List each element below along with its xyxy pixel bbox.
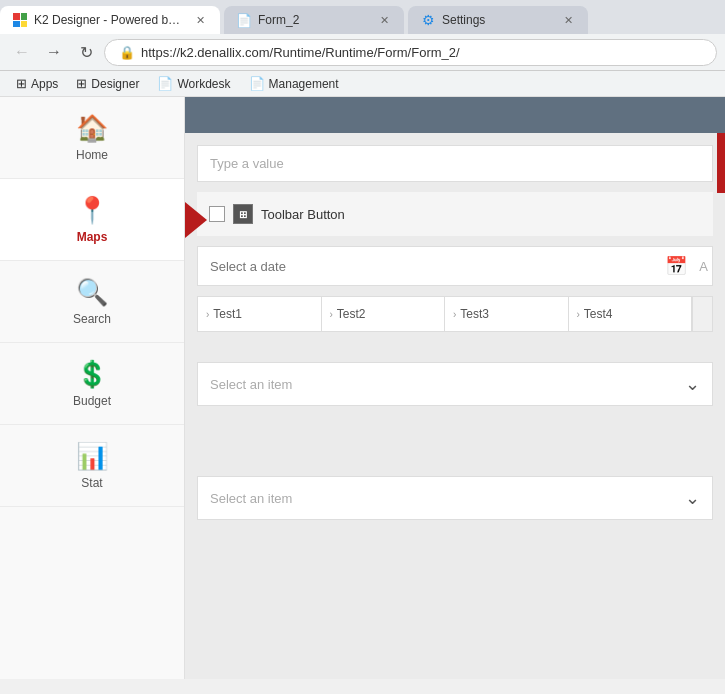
home-icon: 🏠 (76, 113, 108, 144)
bookmarks-bar: ⊞ Apps ⊞ Designer 📄 Workdesk 📄 Managemen… (0, 71, 725, 97)
tab-form2-title: Form_2 (258, 13, 370, 27)
select1-placeholder: Select an item (210, 377, 685, 392)
tab-k2-close[interactable]: ✕ (192, 12, 208, 28)
chevron-down-icon-1: ⌄ (685, 373, 700, 395)
tabs-row: › Test1 › Test2 › Test3 › Test4 (197, 296, 713, 332)
search-icon: 🔍 (76, 277, 108, 308)
select-field-2[interactable]: Select an item ⌄ (197, 476, 713, 520)
content-area: ⊞ Toolbar Button 📅 A › Test1 › Test2 (185, 97, 725, 679)
content-header (185, 97, 725, 133)
sidebar-budget-label: Budget (73, 394, 111, 408)
bookmark-management[interactable]: 📄 Management (241, 73, 347, 94)
k2-favicon (12, 12, 28, 28)
doc-favicon: 📄 (236, 12, 252, 28)
tab-test3[interactable]: › Test3 (445, 297, 569, 331)
sidebar-item-maps[interactable]: 📍 Maps (0, 179, 184, 261)
address-text: https://k2.denallix.com/Runtime/Runtime/… (141, 45, 460, 60)
apps-icon: ⊞ (16, 76, 27, 91)
workdesk-icon: 📄 (157, 76, 173, 91)
management-label: Management (269, 77, 339, 91)
date-input[interactable] (198, 249, 657, 284)
bookmark-designer[interactable]: ⊞ Designer (68, 73, 147, 94)
calendar-icon[interactable]: 📅 (657, 247, 695, 285)
tab-test1-label: Test1 (213, 307, 242, 321)
management-icon: 📄 (249, 76, 265, 91)
tab-test2-label: Test2 (337, 307, 366, 321)
nav-bar: ← → ↻ 🔒 https://k2.denallix.com/Runtime/… (0, 34, 725, 71)
workdesk-label: Workdesk (177, 77, 230, 91)
reload-button[interactable]: ↻ (72, 38, 100, 66)
back-button[interactable]: ← (8, 38, 36, 66)
tab-arrow-3: › (453, 309, 456, 320)
bookmark-apps[interactable]: ⊞ Apps (8, 73, 66, 94)
tab-test2[interactable]: › Test2 (322, 297, 446, 331)
spacer1 (197, 342, 713, 352)
lock-icon: 🔒 (119, 45, 135, 60)
designer-icon: ⊞ (76, 76, 87, 91)
bookmark-workdesk[interactable]: 📄 Workdesk (149, 73, 238, 94)
right-scrollbar[interactable] (717, 133, 725, 193)
select-field-1[interactable]: Select an item ⌄ (197, 362, 713, 406)
main-layout: 🏠 Home 📍 Maps 🔍 Search 💲 Budget 📊 Stat (0, 97, 725, 679)
sidebar-stat-label: Stat (81, 476, 102, 490)
select2-placeholder: Select an item (210, 491, 685, 506)
sidebar-search-label: Search (73, 312, 111, 326)
tab-k2-title: K2 Designer - Powered by K2 bla... (34, 13, 186, 27)
budget-icon: 💲 (76, 359, 108, 390)
tab-settings-close[interactable]: ✕ (560, 12, 576, 28)
form-body: ⊞ Toolbar Button 📅 A › Test1 › Test2 (185, 133, 725, 532)
forward-button[interactable]: → (40, 38, 68, 66)
date-picker-row: 📅 A (197, 246, 713, 286)
tab-settings-title: Settings (442, 13, 554, 27)
sidebar-maps-label: Maps (77, 230, 108, 244)
checkbox[interactable] (209, 206, 225, 222)
sidebar-item-search[interactable]: 🔍 Search (0, 261, 184, 343)
chevron-down-icon-2: ⌄ (685, 487, 700, 509)
date-extra: A (695, 251, 712, 282)
tabs-overflow (692, 297, 712, 331)
sidebar-item-stat[interactable]: 📊 Stat (0, 425, 184, 507)
stat-icon: 📊 (76, 441, 108, 472)
sidebar: 🏠 Home 📍 Maps 🔍 Search 💲 Budget 📊 Stat (0, 97, 185, 679)
active-arrow-indicator (185, 202, 207, 238)
toolbar-button-icon: ⊞ (233, 204, 253, 224)
tab-form2-close[interactable]: ✕ (376, 12, 392, 28)
sidebar-item-budget[interactable]: 💲 Budget (0, 343, 184, 425)
tab-settings[interactable]: ⚙ Settings ✕ (408, 6, 588, 34)
tab-form2[interactable]: 📄 Form_2 ✕ (224, 6, 404, 34)
designer-label: Designer (91, 77, 139, 91)
settings-favicon: ⚙ (420, 12, 436, 28)
sidebar-item-home[interactable]: 🏠 Home (0, 97, 184, 179)
tab-arrow-4: › (577, 309, 580, 320)
tab-test3-label: Test3 (460, 307, 489, 321)
tab-bar: K2 Designer - Powered by K2 bla... ✕ 📄 F… (0, 0, 725, 34)
tab-k2-designer[interactable]: K2 Designer - Powered by K2 bla... ✕ (0, 6, 220, 34)
browser-chrome: K2 Designer - Powered by K2 bla... ✕ 📄 F… (0, 0, 725, 97)
tab-test4-label: Test4 (584, 307, 613, 321)
toolbar-button-label[interactable]: Toolbar Button (261, 207, 345, 222)
tab-arrow-1: › (206, 309, 209, 320)
tab-test4[interactable]: › Test4 (569, 297, 693, 331)
apps-label: Apps (31, 77, 58, 91)
sidebar-home-label: Home (76, 148, 108, 162)
tab-test1[interactable]: › Test1 (198, 297, 322, 331)
spacer2 (197, 416, 713, 466)
tab-arrow-2: › (330, 309, 333, 320)
text-value-input[interactable] (197, 145, 713, 182)
toolbar-button-row: ⊞ Toolbar Button (197, 192, 713, 236)
address-bar[interactable]: 🔒 https://k2.denallix.com/Runtime/Runtim… (104, 39, 717, 66)
maps-icon: 📍 (76, 195, 108, 226)
